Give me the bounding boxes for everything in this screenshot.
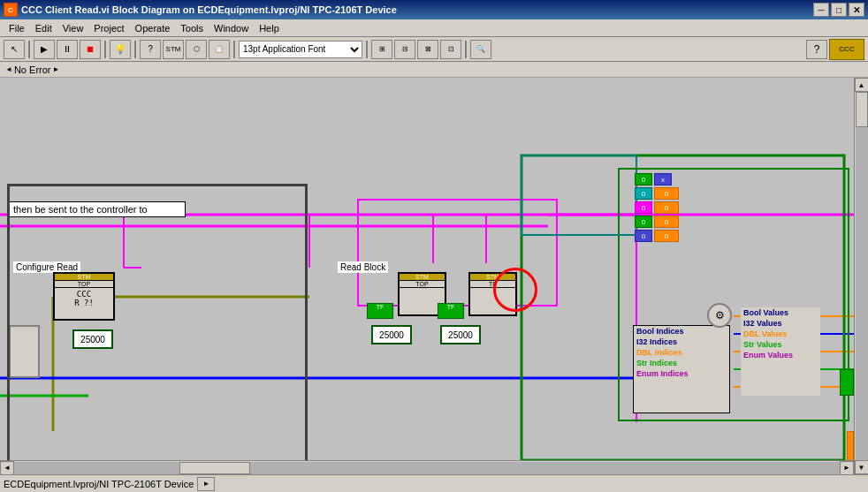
maximize-button[interactable]: □	[831, 3, 847, 17]
menu-view[interactable]: View	[57, 21, 89, 35]
pink-box: 0	[635, 201, 652, 214]
ccc-logo: CCC	[829, 39, 864, 60]
title-bar: C CCC Client Read.vi Block Diagram on EC…	[0, 0, 868, 19]
small-box-row-3: 0 0	[635, 201, 679, 214]
num-ctrl-1[interactable]: 25000	[72, 329, 113, 349]
scroll-right-button[interactable]: ►	[840, 461, 854, 475]
menu-edit[interactable]: Edit	[30, 21, 57, 35]
small-boxes-panel: 0 x 0 0 0 0 0 0 0 0	[635, 173, 679, 242]
font-selector[interactable]: 13pt Application Font	[239, 41, 362, 58]
orange-box-1: 0	[654, 187, 679, 200]
distribute-button[interactable]: ⊟	[394, 40, 415, 59]
orange-box-4: 0	[654, 230, 679, 242]
vi-block-configure[interactable]: STM TOP CCCR ?!	[53, 272, 115, 321]
title-controls[interactable]: ─ □ ✕	[813, 3, 864, 17]
window-title: CCC Client Read.vi Block Diagram on ECDE…	[21, 4, 397, 15]
context-help-button[interactable]: ?	[140, 40, 161, 59]
minimize-button[interactable]: ─	[813, 3, 829, 17]
num-ctrl-2[interactable]: 25000	[371, 325, 412, 344]
orange-box-2: 0	[654, 201, 679, 214]
error-arrow-right[interactable]: ►	[52, 65, 59, 73]
enum-indices-label: Enum Indices	[634, 368, 729, 379]
scroll-down-button[interactable]: ▼	[855, 460, 869, 474]
status-arrow-button[interactable]: ►	[197, 477, 215, 491]
error-bar: ◄ No Error ►	[0, 62, 868, 78]
menu-project[interactable]: Project	[88, 21, 129, 35]
comment-box: then be sent to the controller to	[9, 201, 186, 217]
green-box-2: 0	[635, 216, 652, 228]
tool1-button[interactable]: STM	[163, 40, 184, 59]
indices-panel: Bool Indices I32 Indices DBL Indices Str…	[633, 325, 730, 413]
left-block-1[interactable]	[9, 325, 40, 378]
toolbar-separator-2	[104, 41, 106, 58]
bool-input-1[interactable]: TF	[367, 303, 393, 319]
bool-indices-label: Bool Indices	[634, 326, 729, 337]
pause-button[interactable]: ⏸	[57, 40, 78, 59]
dbl-indices-label: DBL Indices	[634, 347, 729, 358]
svg-rect-21	[522, 155, 636, 235]
bool-values-label: Bool Values	[741, 307, 820, 318]
menu-file[interactable]: File	[4, 21, 30, 35]
green-box-1: 0	[635, 173, 652, 185]
orange-indicator-right	[847, 431, 854, 460]
scroll-thumb-v[interactable]	[856, 92, 868, 127]
str-indices-label: Str Indices	[634, 358, 729, 368]
stop-button[interactable]: ⏹	[80, 40, 101, 59]
scroll-left-button[interactable]: ◄	[0, 461, 14, 475]
toolbar-separator-5	[366, 41, 368, 58]
bulb-button[interactable]: 💡	[110, 40, 131, 59]
menu-operate[interactable]: Operate	[130, 21, 176, 35]
tool2-button[interactable]: ⬡	[186, 40, 207, 59]
resize-button[interactable]: ⊠	[417, 40, 438, 59]
str-values-label: Str Values	[741, 339, 820, 350]
dark-border-left	[7, 184, 308, 460]
close-button[interactable]: ✕	[849, 3, 864, 17]
scrollbar-horizontal[interactable]: ◄ ►	[0, 460, 854, 474]
menu-window[interactable]: Window	[209, 21, 254, 35]
block-diagram: then be sent to the controller to Config…	[0, 78, 854, 460]
scrollbar-vertical[interactable]: ▲ ▼	[854, 78, 868, 474]
menu-bar: File Edit View Project Operate Tools Win…	[0, 19, 868, 37]
small-box-row-2: 0 0	[635, 187, 679, 200]
arrow-tool-button[interactable]: ↖	[4, 40, 25, 59]
zoom-button[interactable]: 🔍	[470, 40, 491, 59]
app-icon: C	[4, 3, 18, 17]
gear-node[interactable]: ⚙	[707, 303, 732, 328]
help-button[interactable]: ?	[806, 40, 827, 59]
enum-values-label: Enum Values	[741, 350, 820, 360]
small-box-row-5: 0 0	[635, 230, 679, 242]
align-button[interactable]: ⊞	[371, 40, 392, 59]
scroll-track-h[interactable]	[14, 462, 840, 474]
toolbar-separator-4	[233, 41, 235, 58]
green-indicator-right	[840, 369, 854, 396]
run-button[interactable]: ▶	[34, 40, 55, 59]
scroll-thumb-h[interactable]	[179, 462, 250, 474]
error-text: No Error	[14, 64, 51, 75]
blue-box-2: 0	[635, 230, 652, 242]
dbl-values-label: DBL Values	[741, 329, 820, 339]
toolbar-separator-3	[134, 41, 136, 58]
tool3-button[interactable]: 📋	[209, 40, 230, 59]
small-box-row-4: 0 0	[635, 216, 679, 228]
small-box-row-1: 0 x	[635, 173, 679, 185]
num-ctrl-3[interactable]: 25000	[440, 325, 481, 344]
i32-indices-label: I32 Indices	[634, 337, 729, 347]
toolbar: ↖ ▶ ⏸ ⏹ 💡 ? STM ⬡ 📋 13pt Application Fon…	[0, 37, 868, 62]
scroll-up-button[interactable]: ▲	[855, 78, 869, 92]
red-circle-indicator	[493, 268, 537, 312]
menu-help[interactable]: Help	[254, 21, 285, 35]
menu-tools[interactable]: Tools	[175, 21, 209, 35]
toolbar-separator-1	[28, 41, 30, 58]
teal-box: 0	[635, 187, 652, 200]
status-bar: ECDEquipment.lvproj/NI TPC-2106T Device …	[0, 474, 868, 492]
title-bar-left: C CCC Client Read.vi Block Diagram on EC…	[4, 3, 397, 17]
scroll-track-v[interactable]	[856, 92, 868, 460]
error-arrow-left[interactable]: ◄	[5, 65, 12, 73]
bool-input-2[interactable]: TF	[438, 303, 464, 319]
canvas-area: then be sent to the controller to Config…	[0, 78, 868, 474]
blue-box-1: x	[654, 173, 672, 185]
status-text: ECDEquipment.lvproj/NI TPC-2106T Device	[4, 479, 194, 489]
toolbar-separator-6	[465, 41, 467, 58]
values-panel: Bool Values I32 Values DBL Values Str Va…	[741, 307, 820, 396]
reorder-button[interactable]: ⊡	[440, 40, 461, 59]
